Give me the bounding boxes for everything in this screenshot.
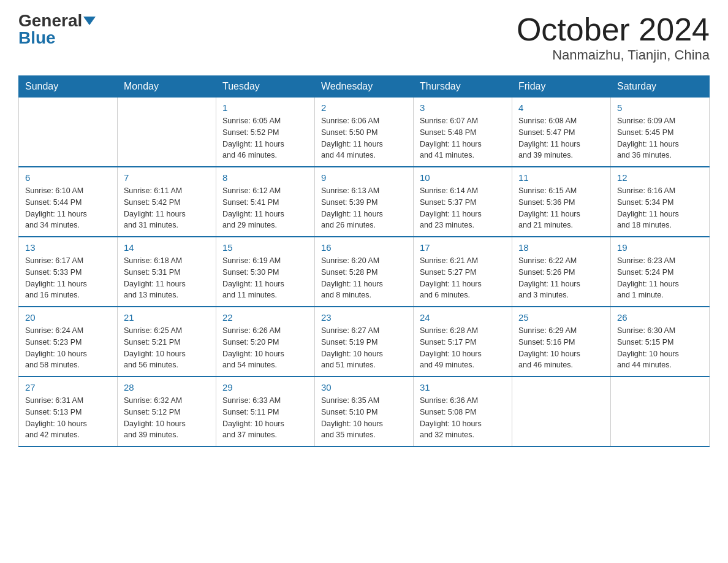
calendar-cell: 9Sunrise: 6:13 AMSunset: 5:39 PMDaylight… — [315, 167, 414, 237]
calendar-cell: 10Sunrise: 6:14 AMSunset: 5:37 PMDayligh… — [414, 167, 512, 237]
calendar-cell: 26Sunrise: 6:30 AMSunset: 5:15 PMDayligh… — [611, 307, 710, 377]
calendar-header-row: SundayMondayTuesdayWednesdayThursdayFrid… — [19, 76, 710, 98]
calendar-cell: 7Sunrise: 6:11 AMSunset: 5:42 PMDaylight… — [118, 167, 216, 237]
day-info: Sunrise: 6:24 AMSunset: 5:23 PMDaylight:… — [25, 325, 111, 371]
calendar-cell: 25Sunrise: 6:29 AMSunset: 5:16 PMDayligh… — [512, 307, 611, 377]
day-info: Sunrise: 6:06 AMSunset: 5:50 PMDaylight:… — [321, 115, 407, 161]
day-number: 27 — [25, 382, 111, 393]
header-thursday: Thursday — [414, 76, 512, 98]
header-sunday: Sunday — [19, 76, 118, 98]
calendar-cell: 3Sunrise: 6:07 AMSunset: 5:48 PMDaylight… — [414, 98, 512, 167]
day-info: Sunrise: 6:35 AMSunset: 5:10 PMDaylight:… — [321, 395, 407, 441]
day-info: Sunrise: 6:08 AMSunset: 5:47 PMDaylight:… — [518, 115, 604, 161]
day-number: 4 — [518, 102, 604, 113]
day-info: Sunrise: 6:20 AMSunset: 5:28 PMDaylight:… — [321, 255, 407, 301]
page-subtitle: Nanmaizhu, Tianjin, China — [517, 47, 710, 63]
day-info: Sunrise: 6:05 AMSunset: 5:52 PMDaylight:… — [222, 115, 308, 161]
calendar-cell: 22Sunrise: 6:26 AMSunset: 5:20 PMDayligh… — [216, 307, 315, 377]
calendar-cell: 12Sunrise: 6:16 AMSunset: 5:34 PMDayligh… — [611, 167, 710, 237]
day-info: Sunrise: 6:18 AMSunset: 5:31 PMDaylight:… — [124, 255, 210, 301]
calendar-cell: 24Sunrise: 6:28 AMSunset: 5:17 PMDayligh… — [414, 307, 512, 377]
day-info: Sunrise: 6:23 AMSunset: 5:24 PMDaylight:… — [617, 255, 703, 301]
calendar-cell: 13Sunrise: 6:17 AMSunset: 5:33 PMDayligh… — [19, 237, 118, 307]
day-info: Sunrise: 6:30 AMSunset: 5:15 PMDaylight:… — [617, 325, 703, 371]
day-number: 20 — [25, 312, 111, 323]
day-number: 30 — [321, 382, 407, 393]
day-number: 6 — [25, 172, 111, 183]
header-saturday: Saturday — [611, 76, 710, 98]
calendar-cell: 28Sunrise: 6:32 AMSunset: 5:12 PMDayligh… — [118, 377, 216, 446]
day-number: 16 — [321, 242, 407, 253]
calendar-cell: 27Sunrise: 6:31 AMSunset: 5:13 PMDayligh… — [19, 377, 118, 446]
logo: General Blue — [18, 12, 96, 47]
day-number: 13 — [25, 242, 111, 253]
day-info: Sunrise: 6:32 AMSunset: 5:12 PMDaylight:… — [124, 395, 210, 441]
day-number: 19 — [617, 242, 703, 253]
day-number: 9 — [321, 172, 407, 183]
calendar-cell: 19Sunrise: 6:23 AMSunset: 5:24 PMDayligh… — [611, 237, 710, 307]
day-number: 1 — [222, 102, 308, 113]
day-info: Sunrise: 6:19 AMSunset: 5:30 PMDaylight:… — [222, 255, 308, 301]
day-info: Sunrise: 6:25 AMSunset: 5:21 PMDaylight:… — [124, 325, 210, 371]
calendar-cell: 2Sunrise: 6:06 AMSunset: 5:50 PMDaylight… — [315, 98, 414, 167]
day-number: 24 — [420, 312, 506, 323]
day-info: Sunrise: 6:36 AMSunset: 5:08 PMDaylight:… — [420, 395, 506, 441]
day-info: Sunrise: 6:12 AMSunset: 5:41 PMDaylight:… — [222, 185, 308, 231]
day-number: 31 — [420, 382, 506, 393]
calendar-cell: 31Sunrise: 6:36 AMSunset: 5:08 PMDayligh… — [414, 377, 512, 446]
calendar-cell: 6Sunrise: 6:10 AMSunset: 5:44 PMDaylight… — [19, 167, 118, 237]
day-number: 26 — [617, 312, 703, 323]
day-number: 15 — [222, 242, 308, 253]
day-info: Sunrise: 6:16 AMSunset: 5:34 PMDaylight:… — [617, 185, 703, 231]
day-number: 18 — [518, 242, 604, 253]
calendar-cell: 11Sunrise: 6:15 AMSunset: 5:36 PMDayligh… — [512, 167, 611, 237]
logo-blue-text: Blue — [18, 29, 56, 47]
day-info: Sunrise: 6:10 AMSunset: 5:44 PMDaylight:… — [25, 185, 111, 231]
day-info: Sunrise: 6:27 AMSunset: 5:19 PMDaylight:… — [321, 325, 407, 371]
day-number: 12 — [617, 172, 703, 183]
calendar-cell: 20Sunrise: 6:24 AMSunset: 5:23 PMDayligh… — [19, 307, 118, 377]
calendar-cell — [512, 377, 611, 446]
page-title: October 2024 — [517, 12, 710, 47]
calendar-cell: 18Sunrise: 6:22 AMSunset: 5:26 PMDayligh… — [512, 237, 611, 307]
day-info: Sunrise: 6:26 AMSunset: 5:20 PMDaylight:… — [222, 325, 308, 371]
day-info: Sunrise: 6:31 AMSunset: 5:13 PMDaylight:… — [25, 395, 111, 441]
title-area: October 2024 Nanmaizhu, Tianjin, China — [517, 12, 710, 63]
day-number: 21 — [124, 312, 210, 323]
calendar-cell: 14Sunrise: 6:18 AMSunset: 5:31 PMDayligh… — [118, 237, 216, 307]
calendar-cell: 21Sunrise: 6:25 AMSunset: 5:21 PMDayligh… — [118, 307, 216, 377]
logo-triangle-icon — [83, 17, 96, 25]
calendar-cell: 17Sunrise: 6:21 AMSunset: 5:27 PMDayligh… — [414, 237, 512, 307]
calendar-cell — [19, 98, 118, 167]
calendar-cell: 23Sunrise: 6:27 AMSunset: 5:19 PMDayligh… — [315, 307, 414, 377]
day-number: 22 — [222, 312, 308, 323]
day-number: 29 — [222, 382, 308, 393]
calendar-week-2: 6Sunrise: 6:10 AMSunset: 5:44 PMDaylight… — [19, 167, 710, 237]
calendar-cell: 16Sunrise: 6:20 AMSunset: 5:28 PMDayligh… — [315, 237, 414, 307]
header-wednesday: Wednesday — [315, 76, 414, 98]
day-number: 17 — [420, 242, 506, 253]
day-info: Sunrise: 6:14 AMSunset: 5:37 PMDaylight:… — [420, 185, 506, 231]
calendar-week-5: 27Sunrise: 6:31 AMSunset: 5:13 PMDayligh… — [19, 377, 710, 446]
day-number: 8 — [222, 172, 308, 183]
day-number: 25 — [518, 312, 604, 323]
calendar-cell: 1Sunrise: 6:05 AMSunset: 5:52 PMDaylight… — [216, 98, 315, 167]
day-number: 28 — [124, 382, 210, 393]
day-info: Sunrise: 6:13 AMSunset: 5:39 PMDaylight:… — [321, 185, 407, 231]
day-info: Sunrise: 6:15 AMSunset: 5:36 PMDaylight:… — [518, 185, 604, 231]
day-info: Sunrise: 6:21 AMSunset: 5:27 PMDaylight:… — [420, 255, 506, 301]
calendar-week-3: 13Sunrise: 6:17 AMSunset: 5:33 PMDayligh… — [19, 237, 710, 307]
calendar-cell: 29Sunrise: 6:33 AMSunset: 5:11 PMDayligh… — [216, 377, 315, 446]
day-info: Sunrise: 6:11 AMSunset: 5:42 PMDaylight:… — [124, 185, 210, 231]
header-monday: Monday — [118, 76, 216, 98]
day-info: Sunrise: 6:09 AMSunset: 5:45 PMDaylight:… — [617, 115, 703, 161]
day-number: 14 — [124, 242, 210, 253]
calendar-cell: 4Sunrise: 6:08 AMSunset: 5:47 PMDaylight… — [512, 98, 611, 167]
day-number: 5 — [617, 102, 703, 113]
calendar-cell — [611, 377, 710, 446]
day-info: Sunrise: 6:28 AMSunset: 5:17 PMDaylight:… — [420, 325, 506, 371]
day-number: 2 — [321, 102, 407, 113]
day-number: 7 — [124, 172, 210, 183]
calendar-cell: 30Sunrise: 6:35 AMSunset: 5:10 PMDayligh… — [315, 377, 414, 446]
calendar-cell: 15Sunrise: 6:19 AMSunset: 5:30 PMDayligh… — [216, 237, 315, 307]
